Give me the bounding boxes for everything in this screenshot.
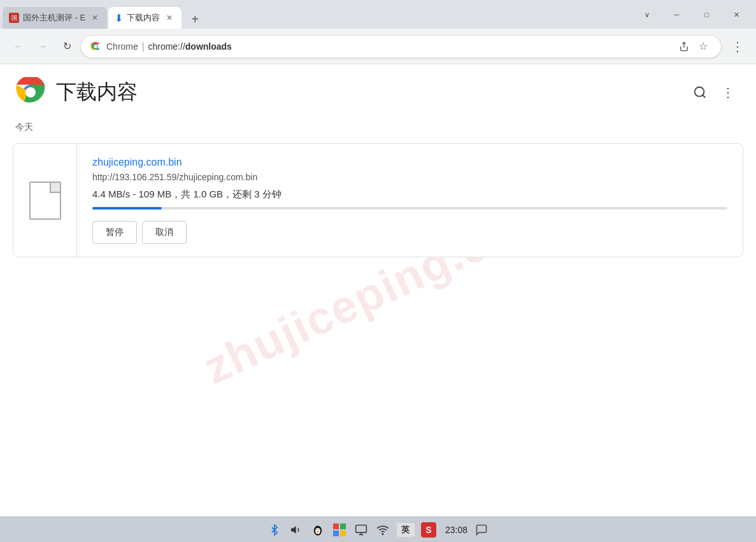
reload-button[interactable]: ↻	[56, 36, 78, 57]
bluetooth-icon[interactable]	[267, 522, 282, 538]
close-button[interactable]: ✕	[722, 5, 751, 24]
file-icon	[29, 182, 61, 220]
tab-favicon-download: ⬇	[115, 12, 123, 24]
progress-bar-fill	[92, 207, 162, 210]
progress-bar-container	[92, 207, 727, 210]
maximize-button[interactable]: □	[692, 5, 721, 24]
share-button[interactable]	[675, 38, 693, 55]
svg-rect-20	[356, 525, 367, 532]
address-text: Chrome | chrome://downloads	[106, 41, 232, 52]
tab-active[interactable]: ⬇ 下载内容 ✕	[108, 7, 182, 29]
volume-icon[interactable]	[289, 522, 304, 538]
download-url: http://193.106.251.59/zhujiceping.com.bi…	[92, 172, 727, 182]
svg-point-15	[317, 531, 319, 532]
downloads-header: 下载内容 ⋮	[0, 64, 756, 114]
svg-rect-17	[340, 524, 346, 529]
nav-bar: ← → ↻ Chrome | chrome://downloads	[0, 29, 756, 64]
download-filename-link[interactable]: zhujiceping.com.bin	[92, 157, 727, 168]
svg-point-14	[318, 529, 319, 529]
svg-rect-16	[333, 524, 339, 529]
display-icon[interactable]	[353, 522, 369, 538]
new-tab-button[interactable]: +	[185, 10, 204, 29]
lang-icon[interactable]: 英	[397, 523, 415, 537]
forward-button[interactable]: →	[32, 36, 53, 57]
chrome-logo	[15, 77, 46, 108]
page-title: 下载内容	[56, 78, 138, 106]
back-button[interactable]: ←	[8, 36, 29, 57]
chrome-icon	[90, 41, 101, 52]
address-separator: |	[142, 41, 145, 52]
tab-label-active: 下载内容	[127, 12, 160, 24]
download-speed: 4.4 MB/s - 109 MB，共 1.0 GB，还剩 3 分钟	[92, 189, 727, 201]
cancel-button[interactable]: 取消	[142, 221, 187, 244]
section-today-label: 今天	[0, 114, 756, 138]
tab-close-button-1[interactable]: ✕	[89, 12, 101, 24]
svg-rect-19	[340, 531, 346, 536]
download-info: zhujiceping.com.bin http://193.106.251.5…	[77, 144, 743, 257]
collapse-button[interactable]: ∨	[632, 5, 661, 24]
svg-point-5	[695, 87, 704, 97]
svg-point-13	[317, 529, 317, 529]
tab-favicon-site: 国	[9, 13, 19, 23]
svg-point-4	[25, 87, 36, 97]
svg-point-23	[382, 533, 383, 534]
taskbar: 英 S 23:08	[0, 517, 756, 542]
pause-button[interactable]: 暂停	[92, 221, 137, 244]
title-bar: 国 国外主机测评 - E ✕ ⬇ 下载内容 ✕ + ∨ ─ □ ✕	[0, 0, 756, 29]
taskbar-time: 23:08	[445, 525, 467, 535]
downloads-more-button[interactable]: ⋮	[715, 80, 741, 105]
address-actions: ☆	[675, 38, 712, 55]
downloads-page: zhujiceping.com 下载内容 ⋮ 今天	[0, 64, 756, 517]
address-url: chrome://downloads	[148, 41, 231, 52]
svg-point-1	[94, 45, 97, 48]
download-actions: 暂停 取消	[92, 221, 727, 244]
tab-inactive[interactable]: 国 国外主机测评 - E ✕	[3, 7, 107, 29]
tab-close-button-2[interactable]: ✕	[164, 12, 175, 24]
download-card: zhujiceping.com.bin http://193.106.251.5…	[13, 143, 743, 257]
address-bar[interactable]: Chrome | chrome://downloads ☆	[80, 35, 722, 58]
header-actions: ⋮	[687, 80, 741, 105]
file-icon-area	[13, 144, 77, 257]
browser-more-button[interactable]: ⋮	[727, 36, 748, 57]
qq-icon[interactable]	[310, 522, 325, 538]
bookmark-button[interactable]: ☆	[694, 38, 712, 55]
window-controls: ∨ ─ □ ✕	[632, 5, 751, 24]
color-grid-icon[interactable]	[332, 522, 347, 538]
minimize-button[interactable]: ─	[662, 5, 691, 24]
svg-line-6	[703, 95, 705, 97]
lang-label: 英	[401, 524, 410, 536]
wifi-icon[interactable]	[375, 522, 390, 538]
svg-marker-7	[291, 526, 296, 533]
address-brand-label: Chrome	[106, 41, 138, 52]
sougou-label: S	[425, 525, 431, 535]
sougou-icon[interactable]: S	[421, 522, 436, 538]
svg-rect-18	[333, 531, 339, 536]
tab-label-inactive: 国外主机测评 - E	[23, 12, 85, 24]
search-downloads-button[interactable]	[687, 80, 713, 105]
notification-icon[interactable]	[474, 522, 489, 538]
